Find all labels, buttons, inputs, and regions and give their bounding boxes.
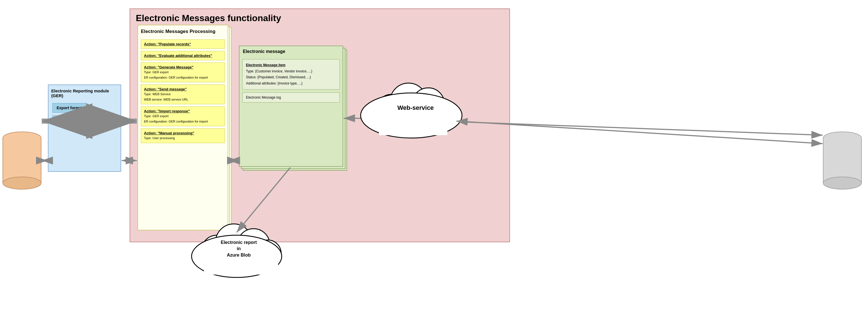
action-detail-4-0: Type: WEB Service — [144, 92, 222, 97]
action-detail-6-0: Type: User processing — [144, 136, 222, 140]
azure-blob-text: Electronic reportinAzure Blob — [221, 240, 257, 257]
action-box-4: Action: "Send message" Type: WEB Service… — [141, 85, 225, 104]
em-item-box: Electronic Message item Type: {Customer … — [242, 59, 340, 90]
em-box-front: Electronic message Electronic Message it… — [239, 45, 343, 167]
em-log-label: Electronic Message log — [246, 96, 336, 99]
em-title: Electronic message — [240, 46, 343, 56]
action-box-1: Action: "Populate records" — [141, 39, 225, 49]
action-box-6: Action: "Manual processing" Type: User p… — [141, 128, 225, 143]
dynamics365-label: Dynamics 365for OperationsDB — [4, 149, 41, 171]
action-box-2: Action: "Evaluate additional attributes" — [141, 51, 225, 60]
svg-point-4 — [3, 132, 41, 144]
svg-point-9 — [823, 132, 862, 144]
export-format-button[interactable]: Export format — [53, 103, 87, 113]
action-title-5: Action: "Import response" — [144, 109, 222, 113]
em-functionality-title: Electronic Messages functionality — [130, 9, 509, 26]
import-format-button[interactable]: Import format — [53, 116, 87, 125]
action-title-6: Action: "Manual processing" — [144, 131, 222, 135]
action-detail-5-0: Type: GER export — [144, 114, 222, 119]
action-title-3: Action: "Generate Message" — [144, 65, 222, 69]
em-item-status: Status: {Populated, Created, Dismissed, … — [246, 74, 336, 80]
svg-point-8 — [3, 177, 41, 189]
action-title-2: Action: "Evaluate additional attributes" — [144, 54, 222, 58]
action-detail-3-1: ER configuration: GER configuration for … — [144, 75, 222, 80]
dyn365-text: Dynamics 365for OperationsDB — [5, 150, 40, 169]
action-detail-5-1: ER configuration: GER configuration for … — [144, 119, 222, 124]
em-item-additional: Additional attributes: {Invoice type, ..… — [246, 80, 336, 87]
action-box-5: Action: "Import response" Type: GER expo… — [141, 106, 225, 126]
diagram-container: Electronic Messages functionality Electr… — [0, 0, 868, 327]
er-module-title: Electronic Reporting module (GER) — [49, 85, 121, 100]
em-item-type: Type: {Customer invoice, Vendor invoice,… — [246, 68, 336, 75]
em-item-title: Electronic Message item — [246, 62, 336, 68]
svg-line-36 — [456, 121, 823, 144]
webservice-text: Web-service — [397, 104, 434, 111]
action-title-1: Action: "Populate records" — [144, 42, 222, 46]
authority-text: AuthorityDB — [831, 150, 854, 163]
emp-box-front: Electronic Messages Processing Action: "… — [137, 25, 228, 230]
em-log-box: Electronic Message log — [242, 92, 340, 102]
svg-point-13 — [823, 177, 862, 189]
er-module-box: Electronic Reporting module (GER) Export… — [48, 85, 121, 172]
action-detail-4-1: WEB service: WEB service URL — [144, 97, 222, 102]
action-title-4: Action: "Send message" — [144, 87, 222, 91]
action-detail-3-0: Type: GER export — [144, 70, 222, 75]
em-item-title-label: Electronic Message item — [246, 63, 285, 67]
webservice-label: Web-service — [383, 104, 448, 111]
azure-blob-label: Electronic reportinAzure Blob — [213, 239, 265, 258]
emp-title: Electronic Messages Processing — [138, 25, 228, 37]
authority-db-label: AuthorityDB — [826, 149, 859, 163]
action-box-3: Action: "Generate Message" Type: GER exp… — [141, 63, 225, 82]
